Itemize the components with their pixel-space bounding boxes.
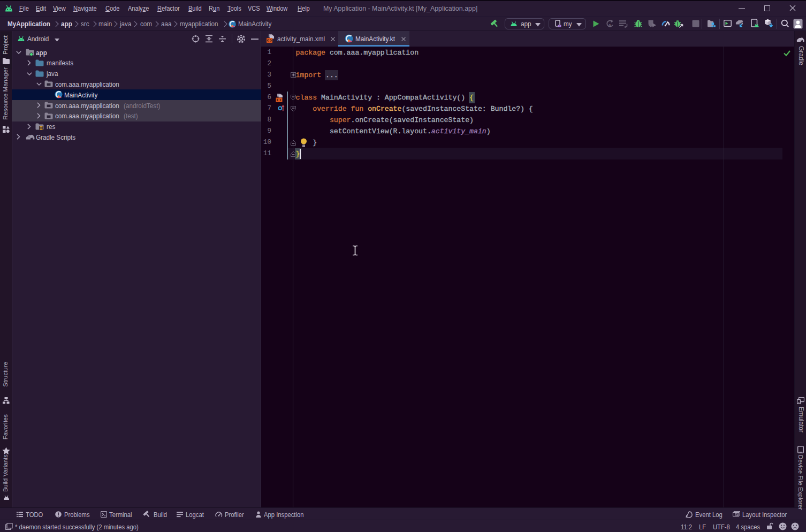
svg-text:A: A	[609, 23, 612, 28]
